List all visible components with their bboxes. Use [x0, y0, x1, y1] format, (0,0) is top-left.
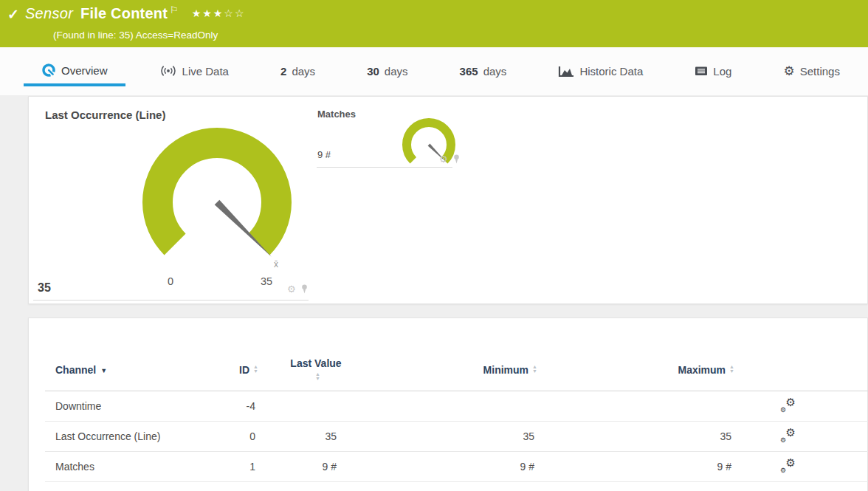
channel-maximum — [542, 391, 739, 421]
channel-name[interactable]: Downtime — [45, 391, 200, 421]
channel-id: 0 — [200, 421, 263, 451]
tab-365-days[interactable]: 365 days — [442, 61, 525, 86]
gear-icon[interactable]: ⚙ — [287, 284, 296, 294]
sensor-header: ✓ Sensor File Content ⚐ ★★★☆☆ (Found in … — [0, 0, 868, 47]
tab-label: days — [385, 65, 408, 78]
table-row[interactable]: Last Occurrence (Line) 0 35 35 35 ⚙⚙ — [45, 421, 868, 451]
gauge-value: 35 — [38, 281, 51, 295]
log-list-icon — [695, 66, 708, 77]
gear-icon[interactable]: ⚙ — [439, 154, 448, 164]
tab-label: Settings — [800, 65, 840, 78]
column-header-maximum[interactable]: Maximum▲▼ — [542, 318, 739, 391]
sort-desc-icon: ▼ — [100, 367, 107, 374]
channels-card: Channel▼ ID▲▼ Last Value▲▼ Minimum▲▼ Max… — [28, 317, 868, 491]
tab-settings[interactable]: ⚙ Settings — [765, 61, 857, 86]
gauge-scale-min: 0 — [168, 275, 173, 287]
tab-label: Historic Data — [579, 65, 643, 78]
column-label: Minimum — [483, 364, 528, 376]
priority-stars[interactable]: ★★★☆☆ — [192, 7, 246, 19]
gauge-panel-actions: ⚙ — [287, 284, 309, 294]
pin-icon[interactable] — [452, 154, 461, 164]
channel-id: 1 — [200, 451, 263, 481]
channel-settings-icon[interactable]: ⚙⚙ — [780, 428, 796, 442]
primary-gauge: x̄ 0 35 — [136, 121, 306, 295]
panel-divider — [33, 300, 309, 301]
channel-last-value: 9 # — [263, 451, 344, 481]
tab-overview[interactable]: Overview — [24, 58, 125, 86]
channel-settings-icon[interactable]: ⚙⚙ — [780, 459, 796, 473]
channel-minimum — [344, 391, 542, 421]
tab-live-data[interactable]: Live Data — [142, 60, 247, 86]
secondary-gauge — [399, 115, 458, 174]
sort-icon[interactable]: ▲▼ — [315, 372, 320, 380]
tab-number: 30 — [367, 65, 379, 78]
channel-name[interactable]: Last Occurrence (Line) — [45, 421, 200, 451]
tab-log[interactable]: Log — [677, 61, 749, 86]
broadcast-icon — [159, 64, 177, 78]
area-chart-icon — [558, 65, 574, 78]
gauge-panel-actions: ⚙ — [439, 154, 461, 164]
column-header-channel[interactable]: Channel▼ — [45, 318, 200, 391]
channel-maximum: 9 # — [542, 451, 739, 481]
column-header-actions — [739, 318, 868, 391]
gear-icon: ⚙ — [783, 66, 794, 78]
tab-label: days — [292, 65, 315, 78]
column-header-id[interactable]: ID▲▼ — [200, 318, 263, 391]
column-header-last-value[interactable]: Last Value▲▼ — [263, 318, 344, 391]
column-label: Maximum — [678, 364, 726, 376]
status-ok-icon: ✓ — [7, 6, 19, 23]
page-title: File Content — [80, 5, 168, 22]
gauge-title: Matches — [317, 109, 356, 120]
sensor-type-label: Sensor — [25, 5, 73, 22]
stars-empty: ☆☆ — [224, 7, 245, 19]
sensor-message: (Found in line: 35) Access=ReadOnly — [53, 30, 868, 41]
column-label: Channel — [55, 364, 96, 376]
gauge-title: Last Occurrence (Line) — [45, 109, 165, 121]
flag-icon[interactable]: ⚐ — [170, 4, 179, 16]
pin-icon[interactable] — [300, 284, 309, 294]
channel-name[interactable]: Matches — [45, 451, 200, 481]
sort-icon[interactable]: ▲▼ — [253, 365, 258, 373]
tab-2-days[interactable]: 2 days — [263, 61, 333, 86]
column-header-minimum[interactable]: Minimum▲▼ — [344, 318, 542, 391]
tab-number: 2 — [280, 65, 286, 78]
table-row[interactable]: Matches 1 9 # 9 # 9 # ⚙⚙ — [45, 451, 868, 481]
panel-divider — [317, 167, 452, 168]
table-header-row: Channel▼ ID▲▼ Last Value▲▼ Minimum▲▼ Max… — [45, 318, 868, 391]
sort-icon[interactable]: ▲▼ — [729, 365, 734, 373]
gauge-value: 9 # — [317, 149, 331, 160]
tab-label: Log — [713, 65, 731, 78]
channel-maximum: 35 — [542, 421, 739, 451]
content-area: Last Occurrence (Line) x̄ 0 35 35 ⚙ Matc… — [0, 95, 868, 491]
table-row[interactable]: Downtime -4 ⚙⚙ — [45, 391, 868, 421]
channel-minimum: 35 — [344, 421, 542, 451]
channel-table: Channel▼ ID▲▼ Last Value▲▼ Minimum▲▼ Max… — [45, 318, 868, 482]
gauges-card: Last Occurrence (Line) x̄ 0 35 35 ⚙ Matc… — [28, 96, 868, 304]
column-label: ID — [239, 364, 249, 376]
gauge-scale-max: 35 — [261, 275, 272, 287]
tab-30-days[interactable]: 30 days — [349, 61, 425, 86]
column-label: Last Value — [290, 357, 341, 369]
gauge-icon — [41, 63, 56, 78]
tab-label: Overview — [61, 64, 108, 77]
tab-number: 365 — [460, 65, 478, 78]
channel-id: -4 — [200, 391, 263, 421]
channel-minimum: 9 # — [344, 451, 542, 481]
stars-filled: ★★★ — [192, 7, 224, 19]
tab-historic-data[interactable]: Historic Data — [540, 61, 661, 86]
tab-bar: Overview Live Data 2 days 30 days 365 da… — [0, 47, 868, 95]
channel-last-value: 35 — [263, 421, 344, 451]
tab-label: Live Data — [182, 65, 229, 78]
channel-last-value — [263, 391, 344, 421]
sort-icon[interactable]: ▲▼ — [532, 365, 537, 373]
gauge-mean-marker: x̄ — [274, 259, 278, 269]
channel-settings-icon[interactable]: ⚙⚙ — [780, 398, 796, 412]
tab-label: days — [483, 65, 507, 78]
